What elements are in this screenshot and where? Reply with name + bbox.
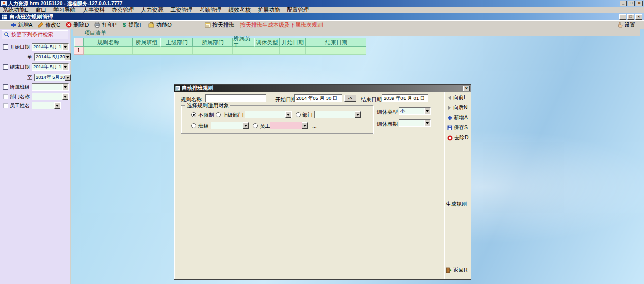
menu-performance[interactable]: 绩效考核 [228, 7, 251, 13]
menu-office[interactable]: 办公管理 [112, 7, 134, 13]
function-button[interactable]: 功能O [147, 21, 173, 29]
dropdown-arrow-icon[interactable] [65, 54, 71, 60]
department-combobox[interactable] [32, 93, 69, 100]
add-button[interactable]: 新增A [9, 21, 34, 29]
parent-dept-combobox[interactable] [245, 111, 292, 118]
column-header-dept[interactable]: 所属部门 [193, 38, 233, 47]
column-header-parent-dept[interactable]: 上级部门 [160, 38, 193, 47]
child-maximize-button[interactable]: □ [627, 14, 634, 20]
dropdown-arrow-icon[interactable] [243, 122, 249, 129]
dropdown-arrow-icon[interactable] [285, 111, 291, 118]
grid-cell[interactable] [133, 47, 160, 55]
menu-extensions[interactable]: 扩展功能 [258, 7, 280, 13]
menu-attendance[interactable]: 考勤管理 [199, 7, 221, 13]
grid-cell[interactable] [306, 47, 366, 55]
grid-cell[interactable] [280, 47, 306, 55]
grid-cell[interactable] [84, 47, 133, 55]
rule-name-input[interactable] [205, 94, 266, 102]
svg-text:$: $ [123, 22, 126, 28]
delete-button[interactable]: 删除D [64, 21, 90, 29]
minimize-button[interactable]: _ [620, 1, 627, 6]
menu-hr-records[interactable]: 人事资料 [83, 7, 105, 13]
employee-scope-combobox[interactable] [270, 122, 308, 129]
dropdown-arrow-icon[interactable] [62, 93, 68, 100]
column-header-end-date[interactable]: 结束日期 [306, 38, 366, 47]
back-button[interactable]: 返回R [446, 267, 468, 274]
grid-cell[interactable] [233, 47, 254, 55]
search-conditions-label: 按照下列条件检索 [11, 31, 53, 38]
scope-employee-radio[interactable] [253, 123, 258, 128]
grid-cell[interactable] [193, 47, 233, 55]
column-header-rule-name[interactable]: 规则名称 [84, 38, 133, 47]
menu-human-resources[interactable]: 人力资源 [141, 7, 163, 13]
tab-item-list[interactable]: 项目清单 [73, 29, 640, 36]
print-button[interactable]: 打印P [93, 21, 118, 29]
dialog-close-button[interactable]: × [463, 86, 470, 91]
scope-dept-radio[interactable] [296, 112, 301, 117]
generate-rules-button[interactable]: 生成规则 [446, 201, 467, 208]
start-to-picker[interactable]: 2014年 5月30日 [34, 53, 71, 61]
menu-learning-guide[interactable]: 学习导航 [53, 7, 75, 13]
range-arrow-button[interactable]: -> [344, 95, 356, 102]
dialog-end-date-label: 结束日期 [361, 96, 382, 103]
end-date-checkbox[interactable] [3, 64, 8, 70]
start-date-picker[interactable]: 2014年 5月 1日 [32, 43, 69, 51]
row-number-cell: 1 [74, 47, 84, 55]
dialog-add-button[interactable]: 新增A [447, 114, 468, 121]
dialog-remove-button[interactable]: 去除D [447, 134, 469, 141]
employee-combobox[interactable] [32, 102, 61, 109]
child-close-button[interactable]: × [635, 14, 642, 20]
grid-data-row[interactable]: 1 [74, 47, 366, 55]
dropdown-arrow-icon[interactable] [62, 44, 68, 50]
dialog-start-date-field[interactable]: 2014 年05 月 30 日 [294, 94, 342, 102]
dropdown-arrow-icon[interactable] [424, 120, 430, 126]
team-checkbox[interactable] [3, 84, 8, 90]
scope-unlimited-radio[interactable] [191, 112, 196, 117]
dialog-save-button[interactable]: 保存S [447, 124, 468, 131]
child-minimize-button[interactable]: _ [619, 14, 626, 20]
grid-cell[interactable] [254, 47, 280, 55]
column-header-team[interactable]: 所属班组 [133, 38, 160, 47]
schedule-by-day-button[interactable]: 按天排班 [203, 21, 236, 29]
dropdown-arrow-icon[interactable] [302, 122, 308, 129]
dropdown-arrow-icon[interactable] [424, 108, 430, 114]
column-header-start-date[interactable]: 开始日期 [280, 38, 306, 47]
rest-cycle-combobox[interactable] [399, 119, 431, 127]
dept-combobox[interactable] [314, 111, 361, 118]
employee-more-button[interactable]: ... [312, 123, 317, 129]
rest-type-combobox[interactable]: 不 [399, 107, 431, 115]
next-record-button[interactable]: 向后N [447, 104, 468, 111]
settings-button[interactable]: 设置 [616, 21, 637, 29]
team-combobox[interactable] [32, 83, 69, 91]
dropdown-arrow-icon[interactable] [355, 111, 361, 118]
dropdown-arrow-icon[interactable] [65, 74, 71, 81]
end-date-picker[interactable]: 2014年 5月 1日 [32, 63, 69, 71]
employee-checkbox[interactable] [3, 103, 8, 108]
close-button[interactable]: × [636, 1, 643, 6]
prev-record-button[interactable]: 向前L [447, 94, 467, 101]
department-checkbox[interactable] [3, 94, 8, 99]
edit-button[interactable]: 修改C [36, 21, 62, 29]
dialog-end-date-field[interactable]: 2039 年01 月 01 日 [382, 94, 428, 102]
maximize-button[interactable]: □ [628, 1, 635, 6]
grid-cell[interactable] [160, 47, 193, 55]
menu-window[interactable]: 窗口 [35, 7, 46, 13]
menu-system[interactable]: 系统功能E [3, 7, 28, 13]
dropdown-arrow-icon[interactable] [62, 64, 68, 70]
team-scope-combobox[interactable] [211, 122, 249, 129]
dropdown-arrow-icon[interactable] [54, 102, 60, 109]
column-header-rest-type[interactable]: 调休类型 [254, 38, 280, 47]
employee-browse-button[interactable]: ... [62, 102, 69, 109]
search-conditions-button[interactable]: 按照下列条件检索 [2, 30, 68, 39]
menu-configuration[interactable]: 配置管理 [287, 7, 309, 13]
end-to-picker[interactable]: 2014年 5月30日 [34, 74, 71, 81]
scope-team-radio[interactable] [191, 123, 196, 128]
scope-parent-dept-radio[interactable] [216, 112, 221, 117]
menu-salary[interactable]: 工资管理 [170, 7, 192, 13]
dropdown-arrow-icon[interactable] [62, 84, 68, 90]
start-date-checkbox[interactable] [3, 44, 8, 50]
extract-button[interactable]: $ 提取F [121, 21, 145, 29]
plus-icon [447, 115, 452, 120]
column-header-employee[interactable]: 所属员工 [233, 38, 254, 47]
scope-parent-dept-label: 上级部门 [222, 112, 244, 119]
